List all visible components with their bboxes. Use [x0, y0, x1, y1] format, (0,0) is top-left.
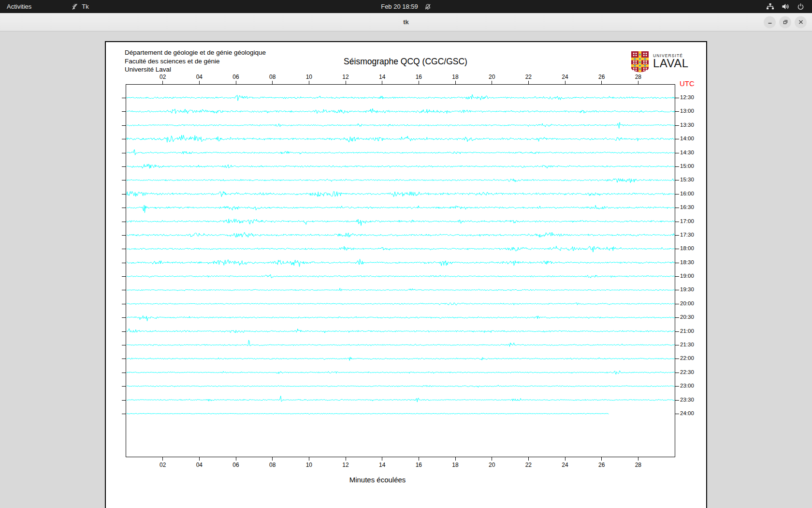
seismogram-trace	[127, 302, 675, 305]
x-axis-tick-label-bottom: 18	[452, 462, 458, 468]
utc-tick-left	[122, 194, 126, 194]
utc-tick-label: 22:00	[680, 355, 694, 361]
utc-tick-left	[122, 249, 126, 249]
x-axis-tick-label-top: 20	[489, 74, 495, 80]
utc-tick-label: 18:30	[680, 259, 694, 265]
utc-tick-left	[122, 345, 126, 345]
clock-button[interactable]: Feb 20 18:59	[374, 0, 438, 13]
utc-tick-right	[675, 331, 679, 332]
seismogram-trace	[127, 149, 675, 155]
seismogram-trace	[127, 164, 675, 168]
seismogram-trace	[127, 340, 675, 346]
seismogram-trace	[127, 329, 675, 333]
utc-tick-left	[122, 331, 126, 332]
utc-tick-left	[122, 290, 126, 290]
x-axis-title: Minutes écoulées	[349, 476, 406, 484]
utc-tick-label: 14:30	[680, 149, 694, 155]
utc-tick-left	[122, 400, 126, 401]
utc-tick-label: 13:30	[680, 122, 694, 128]
utc-tick-label: 16:30	[680, 204, 694, 210]
activities-button[interactable]: Activities	[0, 0, 38, 13]
x-axis-tick-bottom	[346, 457, 346, 461]
utc-tick-label: 19:30	[680, 286, 694, 292]
x-axis-tick-bottom	[565, 457, 566, 461]
minimize-button[interactable]	[764, 16, 776, 28]
utc-tick-right	[675, 373, 679, 373]
close-button[interactable]	[795, 16, 807, 28]
utc-tick-right	[675, 263, 679, 263]
utc-tick-right	[675, 235, 679, 236]
app-menu-button[interactable]: Tk	[65, 0, 95, 13]
seismogram-trace	[127, 413, 609, 415]
utc-tick-left	[122, 153, 126, 153]
utc-tick-left	[122, 414, 126, 414]
utc-tick-left	[122, 222, 126, 222]
x-axis-tick-label-top: 16	[416, 74, 422, 80]
utc-tick-left	[122, 235, 126, 236]
x-axis-tick-label-bottom: 22	[525, 462, 532, 468]
x-axis-tick-top	[419, 81, 419, 84]
seismogram-trace	[127, 371, 675, 374]
utc-tick-right	[675, 222, 679, 222]
maximize-button[interactable]	[779, 16, 791, 28]
utc-tick-label: 15:00	[680, 163, 694, 169]
x-axis-tick-bottom	[162, 457, 163, 461]
utc-tick-right	[675, 359, 679, 359]
x-axis-tick-label-top: 22	[525, 74, 532, 80]
utc-tick-label: 18:00	[680, 245, 694, 251]
seismogram-trace	[127, 94, 675, 101]
seismogram-traces	[126, 85, 675, 457]
utc-tick-left	[122, 373, 126, 373]
utc-axis-title: UTC	[680, 79, 695, 88]
window-controls	[764, 16, 807, 28]
seismogram-trace	[127, 396, 675, 402]
x-axis-tick-top	[528, 81, 529, 84]
utc-tick-left	[122, 317, 126, 318]
x-axis-tick-label-bottom: 20	[489, 462, 495, 468]
x-axis-tick-bottom	[272, 457, 273, 461]
x-axis-tick-label-top: 18	[452, 74, 458, 80]
system-status-area[interactable]	[761, 0, 809, 13]
x-axis-tick-bottom	[601, 457, 602, 461]
seismogram-trace	[127, 135, 675, 142]
window-content: Département de géologie et de génie géol…	[0, 32, 812, 508]
utc-tick-left	[122, 208, 126, 208]
x-axis-tick-top	[162, 81, 163, 84]
x-axis-tick-top	[601, 81, 602, 84]
x-axis-tick-top	[346, 81, 346, 84]
x-axis-tick-bottom	[236, 457, 236, 461]
utc-tick-left	[122, 386, 126, 387]
utc-tick-right	[675, 139, 679, 139]
utc-tick-label: 20:30	[680, 314, 694, 320]
x-axis-tick-top	[455, 81, 456, 84]
x-axis-tick-label-top: 10	[306, 74, 312, 80]
x-axis-tick-label-top: 06	[232, 74, 239, 80]
utc-tick-label: 19:00	[680, 273, 694, 279]
volume-icon	[782, 3, 790, 10]
x-axis-tick-top	[382, 81, 382, 84]
x-axis-tick-label-top: 26	[598, 74, 605, 80]
x-axis-tick-bottom	[419, 457, 419, 461]
x-axis-tick-label-bottom: 10	[306, 462, 312, 468]
utc-tick-right	[675, 166, 679, 167]
utc-tick-label: 14:00	[680, 135, 694, 141]
seismogram-trace	[127, 246, 675, 253]
utc-tick-label: 12:30	[680, 94, 694, 100]
window-titlebar[interactable]: tk	[0, 13, 812, 31]
x-axis-tick-label-bottom: 02	[160, 462, 166, 468]
x-axis-tick-top	[565, 81, 566, 84]
power-icon	[797, 3, 804, 10]
utc-tick-right	[675, 180, 679, 180]
utc-tick-right	[675, 98, 679, 98]
utc-tick-left	[122, 276, 126, 277]
seismogram-trace	[127, 108, 675, 114]
x-axis-tick-top	[236, 81, 236, 84]
x-axis-tick-bottom	[638, 457, 638, 461]
top-bar-right	[761, 0, 809, 13]
utc-tick-right	[675, 153, 679, 153]
utc-tick-label: 17:00	[680, 218, 694, 224]
top-bar-left: Activities Tk	[0, 0, 96, 13]
seismogram-trace	[127, 205, 675, 213]
utc-tick-label: 15:30	[680, 177, 694, 182]
x-axis-tick-bottom	[199, 457, 200, 461]
